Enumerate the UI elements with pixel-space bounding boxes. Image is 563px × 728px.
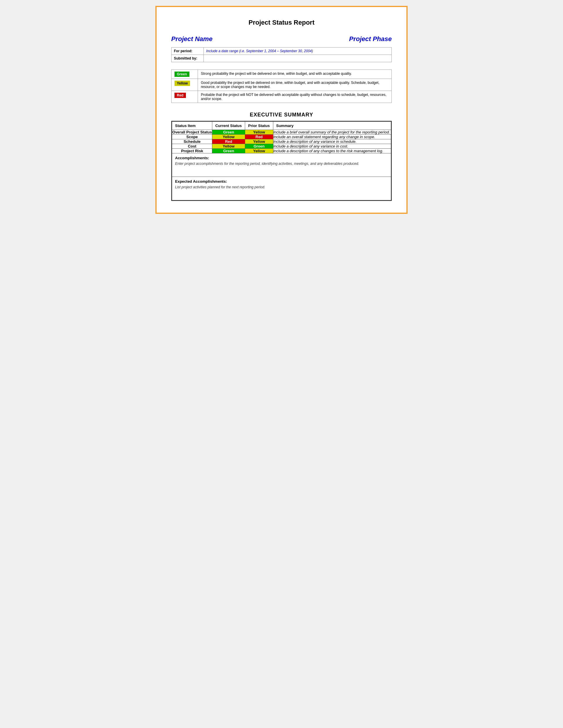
for-period-label: For period: — [172, 48, 204, 55]
project-name-label: Project Name — [171, 35, 213, 43]
legend-red-row: Red Probable that the project will NOT b… — [172, 91, 392, 103]
summary-cell: Include a description of any variance in… — [273, 139, 391, 144]
accomplishments-title: Accomplishments: — [175, 156, 388, 160]
expected-accomplishments-text: List project activities planned for the … — [175, 185, 388, 189]
status-item-cell: Schedule — [172, 139, 212, 144]
table-row: CostYellowGreenInclude a description of … — [172, 144, 391, 149]
current-status-cell: Yellow — [212, 144, 245, 149]
status-item-cell: Scope — [172, 135, 212, 139]
prior-status-cell: Yellow — [245, 139, 273, 144]
prior-status-cell: Yellow — [245, 130, 273, 135]
legend-yellow-desc: Good probability the project will be del… — [198, 79, 392, 91]
table-row: Overall Project StatusGreenYellowInclude… — [172, 130, 391, 135]
legend-yellow-badge-cell: Yellow — [172, 79, 198, 91]
status-item-cell: Project Risk — [172, 149, 212, 153]
legend-green-desc: Strong probability the project will be d… — [198, 70, 392, 79]
submitted-by-row: Submitted by: — [172, 55, 392, 62]
legend-red-badge-cell: Red — [172, 91, 198, 103]
table-header-row: Status Item Current Status Prior Status … — [172, 122, 391, 130]
submitted-by-label: Submitted by: — [172, 55, 204, 62]
summary-cell: Include an overall statement regarding a… — [273, 135, 391, 139]
summary-cell: Include a description of any changes to … — [273, 149, 391, 153]
col-header-current-status: Current Status — [212, 122, 245, 130]
project-header: Project Name Project Phase — [171, 35, 392, 43]
for-period-row: For period: Include a date range (i.e. S… — [172, 48, 392, 55]
col-header-status-item: Status Item — [172, 122, 212, 130]
submitted-by-value — [204, 55, 392, 62]
executive-summary-title: EXECUTIVE SUMMARY — [171, 112, 392, 118]
prior-status-cell: Yellow — [245, 149, 273, 153]
summary-cell: Include a description of any variance in… — [273, 144, 391, 149]
accomplishments-text: Enter project accomplishments for the re… — [175, 162, 388, 166]
executive-summary-table: Status Item Current Status Prior Status … — [172, 121, 391, 153]
table-row: ScheduleRedYellowInclude a description o… — [172, 139, 391, 144]
accomplishments-section: Accomplishments: Enter project accomplis… — [172, 153, 391, 177]
red-badge: Red — [174, 93, 186, 98]
yellow-badge: Yellow — [174, 81, 190, 86]
prior-status-cell: Green — [245, 144, 273, 149]
col-header-summary: Summary — [273, 122, 391, 130]
project-phase-label: Project Phase — [349, 35, 392, 43]
summary-cell: Include a brief overall summary of the p… — [273, 130, 391, 135]
prior-status-cell: Red — [245, 135, 273, 139]
legend-table: Green Strong probability the project wil… — [171, 70, 392, 103]
col-header-prior-status: Prior Status — [245, 122, 273, 130]
current-status-cell: Green — [212, 130, 245, 135]
legend-red-desc: Probable that the project will NOT be de… — [198, 91, 392, 103]
page-title: Project Status Report — [171, 19, 392, 26]
table-row: ScopeYellowRedInclude an overall stateme… — [172, 135, 391, 139]
legend-green-row: Green Strong probability the project wil… — [172, 70, 392, 79]
table-row: Project RiskGreenYellowInclude a descrip… — [172, 149, 391, 153]
page-container: Project Status Report Project Name Proje… — [155, 6, 408, 214]
legend-yellow-row: Yellow Good probability the project will… — [172, 79, 392, 91]
status-item-cell: Cost — [172, 144, 212, 149]
status-item-cell: Overall Project Status — [172, 130, 212, 135]
expected-accomplishments-section: Expected Accomplishments: List project a… — [172, 177, 391, 200]
green-badge: Green — [174, 72, 189, 77]
info-table: For period: Include a date range (i.e. S… — [171, 47, 392, 62]
legend-green-badge-cell: Green — [172, 70, 198, 79]
executive-summary-wrapper: Status Item Current Status Prior Status … — [171, 121, 392, 201]
for-period-value: Include a date range (i.e. September 1, … — [204, 48, 392, 55]
expected-accomplishments-title: Expected Accomplishments: — [175, 179, 388, 184]
current-status-cell: Yellow — [212, 135, 245, 139]
current-status-cell: Green — [212, 149, 245, 153]
current-status-cell: Red — [212, 139, 245, 144]
